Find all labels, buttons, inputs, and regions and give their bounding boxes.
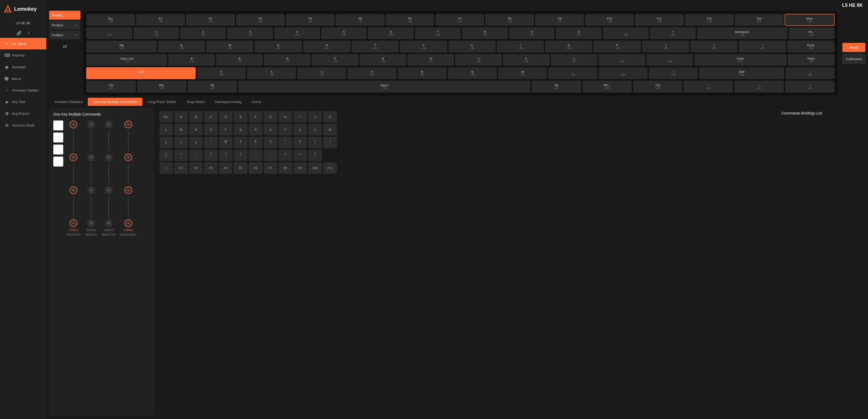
- key-i[interactable]: I1.85: [497, 40, 544, 53]
- grid-key-q[interactable]: Q: [234, 124, 247, 136]
- key-x[interactable]: X1.85: [247, 67, 296, 79]
- key-p[interactable]: P1.85: [593, 40, 641, 53]
- grid-key-excl[interactable]: !1: [204, 137, 218, 148]
- key-f11[interactable]: F111.85: [635, 14, 684, 26]
- grid-key-gf7[interactable]: F7: [264, 162, 277, 174]
- grid-key-question[interactable]: ?/: [308, 150, 322, 161]
- swap-icon[interactable]: ⇄: [49, 40, 81, 52]
- key-capslock[interactable]: Caps Lock1.85: [86, 54, 167, 66]
- key-f7[interactable]: F71.85: [435, 14, 484, 26]
- grid-key-v[interactable]: V: [308, 124, 322, 136]
- sidebar-item-firmware-update[interactable]: ↑ Firmware Update: [0, 84, 46, 96]
- okmc-add-btn-1[interactable]: +: [69, 120, 78, 128]
- grid-key-gf5[interactable]: F5: [234, 162, 247, 174]
- key-5[interactable]: 51.85: [321, 27, 367, 39]
- key-left[interactable]: ←1.85: [684, 81, 733, 92]
- tab-actuation-distance[interactable]: Actuation Distance: [49, 98, 88, 106]
- key-del[interactable]: Del1.85: [735, 14, 784, 26]
- key-down[interactable]: ↓1.85: [734, 81, 784, 92]
- key-comma[interactable]: ,1.85: [548, 67, 597, 79]
- okmc-key-box-3[interactable]: [53, 145, 63, 154]
- key-f4[interactable]: F41.85: [286, 14, 335, 26]
- key-l[interactable]: L1.85: [551, 54, 597, 66]
- key-backslash[interactable]: \1.85: [739, 40, 786, 53]
- key-v[interactable]: V1.85: [347, 67, 396, 79]
- key-s[interactable]: S1.85: [216, 54, 263, 66]
- key-k[interactable]: K1.85: [503, 54, 550, 66]
- key-4[interactable]: 41.85: [274, 27, 320, 39]
- okmc-add-btn-2c[interactable]: +: [87, 186, 95, 194]
- grid-key-dquote[interactable]: –': [264, 150, 277, 161]
- grid-key-gf3[interactable]: F3: [204, 162, 218, 174]
- grid-key-ndash[interactable]: –=: [189, 150, 203, 161]
- key-d[interactable]: D1.85: [264, 54, 311, 66]
- key-space[interactable]: Space1.85: [238, 81, 531, 92]
- tab-gamepad-analog[interactable]: Gamepad Analog: [210, 98, 246, 106]
- profile2-button[interactable]: Profile2 ···: [49, 21, 81, 30]
- key-lalt[interactable]: Alt1.85: [188, 81, 237, 92]
- okmc-key-box-2[interactable]: [53, 132, 63, 143]
- grid-key-lparen[interactable]: (9: [323, 137, 337, 148]
- key-right[interactable]: →1.85: [785, 81, 835, 92]
- grid-key-h[interactable]: H: [279, 111, 292, 123]
- key-semicolon[interactable]: ;1.85: [599, 54, 645, 66]
- grid-key-gf2[interactable]: F2: [189, 162, 203, 174]
- key-backspace[interactable]: Backspace1.85: [697, 27, 787, 39]
- key-win[interactable]: Win1.85: [137, 81, 187, 92]
- grid-key-s[interactable]: S: [264, 124, 277, 136]
- profile1-button[interactable]: Profile1 ···: [49, 11, 81, 20]
- okmc-add-btn-1b[interactable]: +: [69, 153, 78, 161]
- key-backtick[interactable]: `1.85: [86, 27, 132, 39]
- grid-key-colon[interactable]: :;: [249, 150, 262, 161]
- okmc-add-btn-1c[interactable]: +: [69, 186, 78, 194]
- grid-key-pipe[interactable]: |\: [234, 150, 247, 161]
- grid-key-dollar[interactable]: $4: [249, 137, 262, 148]
- grid-key-at[interactable]: @2: [219, 137, 232, 148]
- key-2[interactable]: 21.85: [180, 27, 226, 39]
- key-tab[interactable]: Tab1.85: [86, 40, 157, 53]
- profile2-menu-icon[interactable]: ···: [74, 23, 78, 27]
- okmc-add-btn-4c[interactable]: +: [124, 186, 132, 194]
- profile3-button[interactable]: Profile3 ···: [49, 31, 81, 39]
- key-c[interactable]: C1.85: [297, 67, 346, 79]
- grid-key-plus[interactable]: +8: [308, 137, 322, 148]
- grid-key-w[interactable]: W: [323, 124, 337, 136]
- key-lshift[interactable]: Shift1.85: [86, 67, 196, 79]
- grid-key-f[interactable]: F: [249, 111, 262, 123]
- grid-key-lt[interactable]: <,: [279, 150, 292, 161]
- grid-key-x[interactable]: X: [159, 137, 173, 148]
- grid-key-gf6[interactable]: F6: [249, 162, 262, 174]
- key-0[interactable]: 01.85: [556, 27, 602, 39]
- reset-button[interactable]: Reset: [842, 43, 865, 52]
- okmc-add-btn-2[interactable]: +: [87, 120, 95, 128]
- grid-key-gf4[interactable]: F4: [219, 162, 232, 174]
- grid-key-u[interactable]: U: [293, 124, 307, 136]
- okmc-add-btn-4d[interactable]: +: [124, 219, 132, 227]
- grid-key-n[interactable]: N: [189, 124, 203, 136]
- grid-key-percent[interactable]: %5: [264, 137, 277, 148]
- grid-key-hash[interactable]: #3: [234, 137, 247, 148]
- grid-key-l[interactable]: L: [159, 124, 173, 136]
- key-rctrl[interactable]: Ctrl1.85: [633, 81, 682, 92]
- okmc-add-btn-3[interactable]: +: [105, 120, 113, 128]
- sidebar-item-he-mode[interactable]: ≡ HE Mode: [0, 38, 46, 50]
- key-e[interactable]: E1.85: [254, 40, 302, 53]
- key-y[interactable]: Y1.85: [400, 40, 447, 53]
- key-mute[interactable]: Mute1.85: [785, 14, 835, 26]
- grid-key-rparen[interactable]: )0: [159, 150, 173, 161]
- okmc-add-btn-4[interactable]: +: [124, 120, 132, 128]
- grid-key-b[interactable]: B: [189, 111, 203, 123]
- grid-key-gf10[interactable]: F10: [308, 162, 322, 174]
- key-o[interactable]: O1.85: [545, 40, 592, 53]
- key-b[interactable]: B1.85: [398, 67, 447, 79]
- okmc-add-btn-1d[interactable]: +: [69, 219, 78, 227]
- grid-key-gf9[interactable]: F9: [293, 162, 307, 174]
- grid-key-p[interactable]: P: [219, 124, 232, 136]
- key-esc[interactable]: Esc1.85: [86, 14, 135, 26]
- key-f12[interactable]: F121.85: [685, 14, 734, 26]
- grid-key-eq2[interactable]: =: [159, 162, 173, 174]
- okmc-add-btn-3d[interactable]: +: [105, 219, 113, 227]
- key-f9[interactable]: F91.85: [535, 14, 584, 26]
- grid-key-caret[interactable]: ^6: [279, 137, 292, 148]
- grid-key-k[interactable]: K: [323, 111, 337, 123]
